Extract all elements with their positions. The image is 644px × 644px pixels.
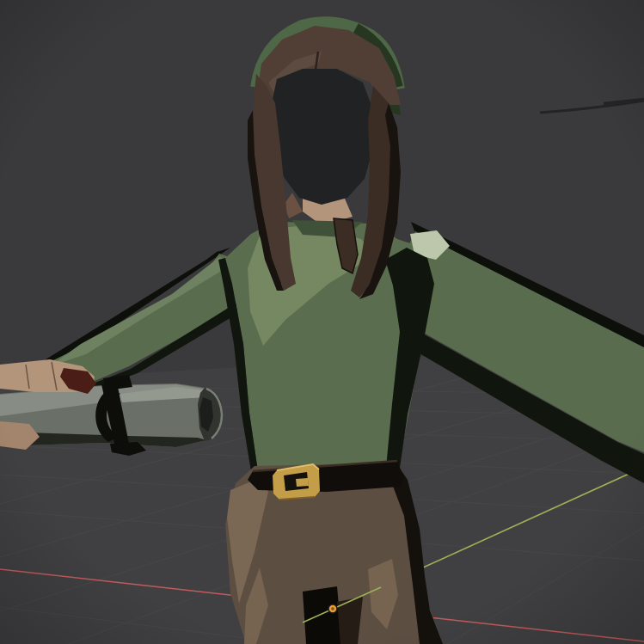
viewport-canvas[interactable]: [0, 0, 644, 644]
render-surface: [0, 0, 644, 644]
vignette-overlay: [0, 0, 644, 644]
